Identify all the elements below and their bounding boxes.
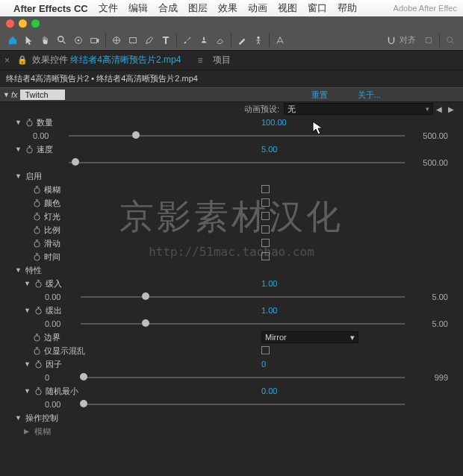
menu-composition[interactable]: 合成 — [158, 1, 178, 15]
menu-layer[interactable]: 图层 — [188, 1, 208, 15]
pan-behind-tool-icon[interactable] — [108, 32, 125, 48]
prop-easein: ▼缓入1.00 — [0, 277, 463, 290]
randmin-slider[interactable]: 0.00 — [0, 398, 463, 411]
menu-animation[interactable]: 动画 — [248, 1, 267, 15]
svg-point-10 — [27, 147, 32, 152]
stopwatch-icon[interactable] — [33, 226, 41, 234]
easein-value[interactable]: 1.00 — [261, 279, 277, 288]
svg-rect-5 — [130, 37, 137, 43]
camera-tool-icon[interactable] — [87, 32, 103, 48]
eraser-tool-icon[interactable] — [212, 32, 229, 48]
puppet-tool-icon[interactable] — [250, 32, 267, 48]
menu-file[interactable]: 文件 — [99, 1, 118, 15]
lock-icon[interactable]: 🔒 — [17, 55, 28, 65]
zoom-window-icon[interactable] — [31, 19, 40, 28]
menu-help[interactable]: 帮助 — [338, 1, 357, 15]
preset-dropdown[interactable]: 无 ▾ — [284, 103, 433, 115]
twirl-icon[interactable]: ▼ — [24, 360, 31, 368]
randmin-value[interactable]: 0.00 — [261, 386, 277, 395]
twirl-icon[interactable]: ▼ — [24, 307, 31, 314]
blur-checkbox[interactable] — [261, 185, 270, 193]
roto-brush-tool-icon[interactable] — [234, 32, 250, 48]
easeout-value[interactable]: 1.00 — [261, 306, 277, 315]
effect-name[interactable]: Twitch — [20, 90, 65, 100]
twirl-icon[interactable]: ▼ — [15, 414, 22, 422]
tab-effect-controls[interactable]: 效果控件 终结者4高清晰预告片2.mp4 — [32, 54, 181, 66]
panel-menu-icon[interactable]: ≡ — [197, 55, 202, 66]
close-window-icon[interactable] — [6, 19, 14, 28]
clone-stamp-tool-icon[interactable] — [196, 32, 212, 48]
svg-point-22 — [36, 389, 41, 394]
stopwatch-icon[interactable] — [33, 253, 41, 261]
stopwatch-icon[interactable] — [33, 333, 41, 342]
fx-badge[interactable]: fx — [11, 90, 18, 99]
easeout-slider[interactable]: 0.005.00 — [0, 317, 463, 331]
orbit-tool-icon[interactable] — [70, 32, 87, 48]
twirl-icon[interactable]: ▼ — [24, 280, 31, 287]
menu-view[interactable]: 视图 — [278, 1, 297, 15]
onlychaos-checkbox[interactable] — [261, 346, 270, 354]
stopwatch-icon[interactable] — [33, 199, 41, 207]
about-link[interactable]: 关于... — [358, 90, 381, 101]
zoom-tool-icon[interactable] — [54, 32, 70, 48]
stopwatch-icon[interactable] — [34, 360, 43, 369]
amount-slider[interactable]: 0.00 500.00 — [0, 129, 463, 143]
time-checkbox[interactable] — [261, 252, 270, 260]
rectangle-tool-icon[interactable] — [125, 32, 141, 48]
stopwatch-icon[interactable] — [33, 239, 41, 248]
snap-icon[interactable] — [383, 32, 400, 48]
easein-slider[interactable]: 0.005.00 — [0, 290, 463, 304]
seed-value[interactable]: 0 — [261, 360, 266, 369]
chevron-down-icon: ▾ — [350, 333, 355, 342]
preset-next-icon[interactable]: ▶ — [448, 105, 454, 113]
pen-tool-icon[interactable] — [141, 32, 158, 48]
stopwatch-icon[interactable] — [34, 387, 43, 395]
home-icon[interactable] — [4, 32, 21, 48]
reset-link[interactable]: 重置 — [311, 90, 328, 101]
stopwatch-icon[interactable] — [34, 280, 43, 288]
amount-value[interactable]: 100.00 — [261, 118, 287, 127]
border-dropdown[interactable]: Mirror▾ — [261, 331, 358, 343]
brush-tool-icon[interactable] — [179, 32, 196, 48]
speed-value[interactable]: 5.00 — [261, 145, 277, 154]
twirl-icon[interactable]: ▼ — [24, 387, 31, 395]
local-axis-icon[interactable] — [272, 32, 288, 48]
close-panel-icon[interactable]: × — [4, 55, 10, 66]
slide-checkbox[interactable] — [261, 239, 270, 247]
stopwatch-icon[interactable] — [25, 145, 34, 154]
type-tool-icon[interactable]: T — [158, 32, 174, 48]
stopwatch-icon[interactable] — [33, 186, 41, 194]
svg-point-11 — [34, 187, 40, 192]
prop-seed: ▼因子0 — [0, 357, 463, 371]
menu-effect[interactable]: 效果 — [218, 1, 237, 15]
tool-toolbar: T 对齐 — [0, 30, 463, 51]
hand-tool-icon[interactable] — [37, 32, 54, 48]
svg-rect-7 — [426, 37, 432, 43]
prop-opcontrol-group: ▼ 操作控制 — [0, 411, 463, 425]
preset-prev-icon[interactable]: ◀ — [436, 105, 442, 113]
speed-slider[interactable]: 500.00 — [0, 156, 463, 169]
stopwatch-icon[interactable] — [33, 213, 41, 221]
minimize-window-icon[interactable] — [19, 19, 27, 28]
twirl-icon[interactable]: ▶ — [24, 428, 31, 435]
snap-extra-icon[interactable] — [420, 32, 437, 48]
search-icon[interactable] — [442, 32, 459, 48]
stopwatch-icon[interactable] — [25, 119, 34, 127]
stopwatch-icon[interactable] — [34, 307, 43, 315]
tab-project[interactable]: 项目 — [213, 54, 231, 66]
light-checkbox[interactable] — [261, 212, 270, 220]
menu-window[interactable]: 窗口 — [308, 1, 327, 15]
app-name[interactable]: After Effects CC — [13, 3, 88, 14]
effect-twirl-icon[interactable]: ▼ — [3, 91, 10, 98]
prop-scale: 比例 — [0, 223, 463, 237]
stopwatch-icon[interactable] — [33, 347, 41, 355]
color-checkbox[interactable] — [261, 198, 270, 207]
twirl-icon[interactable]: ▼ — [15, 119, 22, 126]
twirl-icon[interactable]: ▼ — [15, 145, 22, 153]
scale-checkbox[interactable] — [261, 225, 270, 234]
twirl-icon[interactable]: ▼ — [15, 266, 22, 274]
selection-tool-icon[interactable] — [21, 32, 37, 48]
seed-slider[interactable]: 0999 — [0, 371, 463, 384]
twirl-icon[interactable]: ▼ — [15, 172, 22, 180]
menu-edit[interactable]: 编辑 — [128, 1, 148, 15]
